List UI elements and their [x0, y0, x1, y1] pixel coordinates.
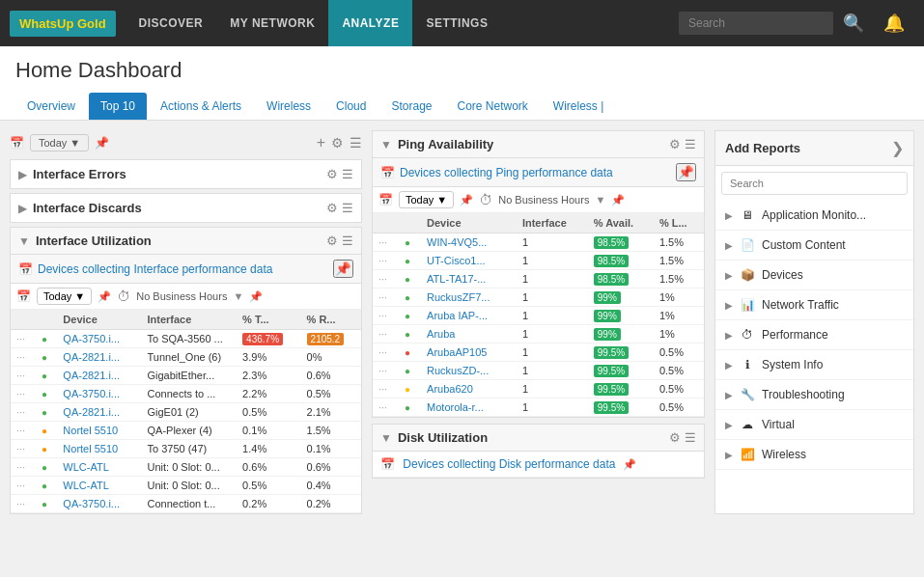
tab-core-network[interactable]: Core Network: [446, 93, 540, 120]
rp-item-info[interactable]: ▶ ℹ System Info: [715, 350, 913, 380]
row-dots[interactable]: ···: [11, 495, 36, 513]
errors-menu-btn[interactable]: ☰: [342, 167, 353, 181]
ping-row-device[interactable]: ArubaAP105: [421, 343, 517, 362]
ping-row-device[interactable]: WIN-4VQ5...: [421, 234, 517, 252]
tab-wireless2[interactable]: Wireless |: [542, 93, 615, 120]
ping-pin-btn[interactable]: 📌: [676, 163, 696, 181]
today-button[interactable]: Today ▼: [30, 134, 89, 151]
widget-errors-header[interactable]: ▶ Interface Errors ⚙ ☰: [11, 160, 361, 188]
tab-top10[interactable]: Top 10: [89, 93, 147, 120]
rp-search-input[interactable]: [721, 172, 908, 195]
row-device[interactable]: QA-3750.i...: [57, 385, 141, 403]
ping-row-device[interactable]: UT-Cisco1...: [421, 252, 517, 270]
ping-row-device[interactable]: ATL-TA17-...: [421, 270, 517, 288]
row-device[interactable]: QA-2821.i...: [57, 403, 141, 422]
nav-mynetwork[interactable]: MY NETWORK: [216, 0, 328, 46]
gear-button[interactable]: ⚙: [331, 134, 344, 151]
ping-row-dots[interactable]: ···: [373, 398, 399, 417]
ping-row-dots[interactable]: ···: [373, 362, 399, 380]
utilization-today-btn[interactable]: Today ▼: [37, 288, 92, 305]
tab-wireless[interactable]: Wireless: [255, 93, 322, 120]
ping-row-dots[interactable]: ···: [373, 307, 399, 325]
row-device[interactable]: Nortel 5510: [57, 440, 141, 458]
utilization-header[interactable]: ▼ Interface Utilization ⚙ ☰: [11, 228, 361, 255]
ping-row-device[interactable]: RuckusZF7...: [421, 288, 517, 307]
row-dots[interactable]: ···: [11, 440, 36, 458]
row-dots[interactable]: ···: [11, 477, 36, 495]
ping-row-loss: 1.5%: [654, 252, 704, 270]
row-device[interactable]: QA-2821.i...: [57, 367, 141, 385]
right-panel-expand-btn[interactable]: ❯: [891, 139, 904, 157]
row-dots[interactable]: ···: [11, 385, 36, 403]
widget-discards-header[interactable]: ▶ Interface Discards ⚙ ☰: [11, 194, 361, 222]
tab-overview[interactable]: Overview: [15, 93, 87, 120]
discards-gear-btn[interactable]: ⚙: [326, 201, 338, 215]
ping-row-device[interactable]: Motorola-r...: [421, 398, 517, 417]
row-dots[interactable]: ···: [11, 348, 36, 367]
bell-icon-button[interactable]: 🔔: [874, 13, 914, 34]
search-icon-button[interactable]: 🔍: [833, 13, 874, 34]
row-device[interactable]: Nortel 5510: [57, 422, 141, 440]
ping-row-device[interactable]: RuckusZD-...: [421, 362, 517, 380]
disk-link[interactable]: Devices collecting Disk performance data: [403, 457, 615, 471]
ping-pin2-btn[interactable]: 📌: [460, 194, 473, 206]
ping-menu-btn[interactable]: ☰: [685, 137, 696, 151]
ping-row-device[interactable]: Aruba: [421, 325, 517, 343]
errors-gear-btn[interactable]: ⚙: [326, 167, 338, 181]
ping-row-dots[interactable]: ···: [373, 380, 399, 398]
ping-row-device[interactable]: Aruba IAP-...: [421, 307, 517, 325]
rp-item-cloud[interactable]: ▶ ☁ Virtual: [715, 410, 913, 440]
disk-gear-btn[interactable]: ⚙: [669, 430, 681, 445]
ping-row-dots[interactable]: ···: [373, 270, 399, 288]
row-dots[interactable]: ···: [11, 403, 36, 422]
row-device[interactable]: QA-2821.i...: [57, 348, 141, 367]
nav-discover[interactable]: DISCOVER: [126, 0, 217, 46]
row-device[interactable]: QA-3750.i...: [57, 495, 141, 513]
rp-item-wrench[interactable]: ▶ 🔧 Troubleshooting: [715, 380, 913, 410]
ping-today-btn[interactable]: Today ▼: [399, 191, 454, 208]
util-pin3-btn[interactable]: 📌: [249, 290, 263, 303]
ping-row-device[interactable]: Aruba620: [421, 380, 517, 398]
utilization-gear-btn[interactable]: ⚙: [326, 234, 338, 248]
row-dots[interactable]: ···: [11, 367, 36, 385]
rp-item-doc[interactable]: ▶ 📄 Custom Content: [715, 231, 913, 261]
nav-settings[interactable]: SETTINGS: [412, 0, 501, 46]
ping-row-dots[interactable]: ···: [373, 343, 399, 362]
row-dots[interactable]: ···: [11, 330, 36, 348]
ping-row-dots[interactable]: ···: [373, 325, 399, 343]
row-device[interactable]: QA-3750.i...: [57, 330, 141, 348]
utilization-link[interactable]: Devices collecting Interface performance…: [38, 262, 333, 276]
utilization-title: Interface Utilization: [36, 234, 326, 248]
ping-row-dots[interactable]: ···: [373, 234, 399, 252]
nav-search-input[interactable]: [679, 12, 833, 35]
rp-expand-arrow: ▶: [725, 360, 733, 371]
disk-header[interactable]: ▼ Disk Utilization ⚙ ☰: [373, 425, 704, 452]
tab-cloud[interactable]: Cloud: [324, 93, 378, 120]
disk-pin-btn[interactable]: 📌: [623, 458, 636, 471]
ping-row-dots[interactable]: ···: [373, 288, 399, 307]
disk-menu-btn[interactable]: ☰: [685, 430, 696, 445]
row-dots[interactable]: ···: [11, 422, 36, 440]
discards-menu-btn[interactable]: ☰: [342, 201, 353, 215]
row-device[interactable]: WLC-ATL: [57, 458, 141, 477]
tab-actions-alerts[interactable]: Actions & Alerts: [149, 93, 253, 120]
util-pin2-btn[interactable]: 📌: [98, 290, 111, 303]
ping-row-dots[interactable]: ···: [373, 252, 399, 270]
ping-gear-btn[interactable]: ⚙: [669, 137, 681, 151]
rp-item-chart[interactable]: ▶ 📊 Network Traffic: [715, 290, 913, 320]
logo[interactable]: WhatsUp Gold: [10, 11, 116, 37]
rp-item-wifi[interactable]: ▶ 📶 Wireless: [715, 440, 913, 470]
row-device[interactable]: WLC-ATL: [57, 477, 141, 495]
rp-item-devices[interactable]: ▶ 📦 Devices: [715, 261, 913, 290]
ping-pin3-btn[interactable]: 📌: [611, 194, 625, 206]
row-dots[interactable]: ···: [11, 458, 36, 477]
rp-item-monitor[interactable]: ▶ 🖥 Application Monito...: [715, 201, 913, 231]
utilization-pin-btn[interactable]: 📌: [333, 260, 353, 278]
utilization-menu-btn[interactable]: ☰: [342, 234, 353, 248]
ping-link[interactable]: Devices collecting Ping performance data: [400, 166, 676, 179]
nav-analyze[interactable]: ANALYZE: [328, 0, 412, 46]
rp-item-gauge[interactable]: ▶ ⏱ Performance: [715, 320, 913, 350]
add-report-button[interactable]: +: [317, 134, 325, 151]
menu-button[interactable]: ☰: [350, 134, 362, 151]
tab-storage[interactable]: Storage: [379, 93, 443, 120]
